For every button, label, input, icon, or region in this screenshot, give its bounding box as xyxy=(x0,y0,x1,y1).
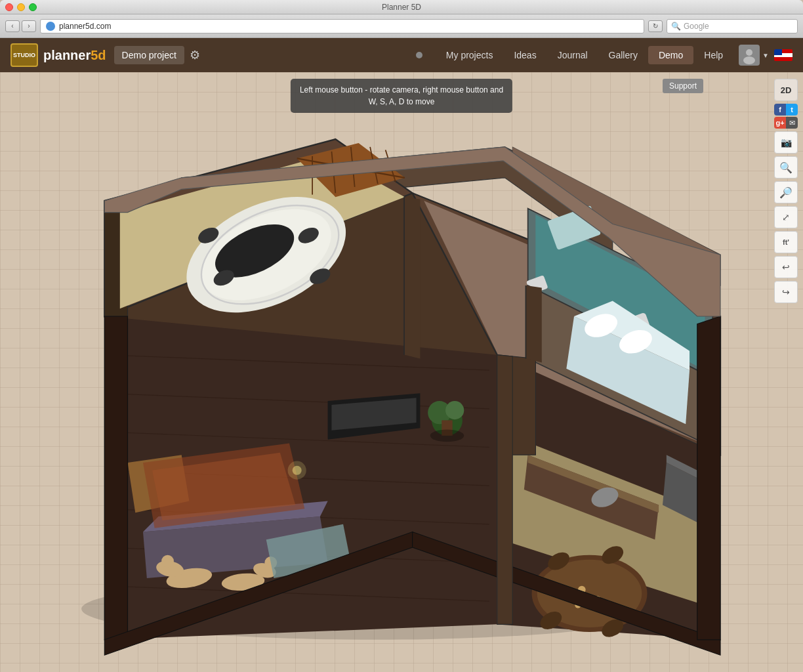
tooltip-line2: W, S, A, D to move xyxy=(300,96,503,108)
units-button[interactable]: ft' xyxy=(774,231,798,253)
nav-gallery[interactable]: Gallery xyxy=(598,46,648,64)
canvas-area[interactable] xyxy=(0,72,803,672)
close-button[interactable] xyxy=(5,3,13,11)
logo-box: STUDIO xyxy=(10,43,38,67)
fit-button[interactable]: ⤢ xyxy=(774,206,798,228)
ssl-icon xyxy=(46,22,55,31)
logo-area: STUDIO planner5d xyxy=(10,43,106,67)
nav-dot xyxy=(416,52,422,58)
project-name-button[interactable]: Demo project xyxy=(114,46,184,64)
facebook-button[interactable]: f xyxy=(774,104,786,116)
svg-marker-95 xyxy=(697,316,720,640)
nav-journal[interactable]: Journal xyxy=(547,46,598,64)
flag-icon[interactable] xyxy=(774,49,793,61)
nav-avatar[interactable] xyxy=(739,45,760,66)
forward-button[interactable]: › xyxy=(22,20,36,32)
minimize-button[interactable] xyxy=(17,3,25,11)
nav-my-projects[interactable]: My projects xyxy=(436,46,504,64)
top-nav: STUDIO planner5d Demo project ⚙ My proje… xyxy=(0,38,803,72)
traffic-lights xyxy=(5,3,37,11)
zoom-in-button[interactable]: 🔍 xyxy=(774,156,798,178)
social-row-1: f t xyxy=(774,104,798,116)
address-bar[interactable]: planner5d.com xyxy=(40,19,644,33)
floorplan-svg xyxy=(20,85,728,663)
app-container: STUDIO planner5d Demo project ⚙ My proje… xyxy=(0,38,803,672)
nav-links: My projects Ideas Journal Gallery Demo H… xyxy=(436,46,733,64)
undo-button[interactable]: ↩ xyxy=(774,256,798,278)
svg-marker-100 xyxy=(526,285,541,362)
redo-button[interactable]: ↪ xyxy=(774,281,798,303)
settings-button[interactable]: ⚙ xyxy=(190,48,200,62)
nav-ideas[interactable]: Ideas xyxy=(503,46,546,64)
google-plus-button[interactable]: g+ xyxy=(774,117,786,129)
share-button[interactable]: ✉ xyxy=(786,117,798,129)
nav-demo[interactable]: Demo xyxy=(648,46,693,64)
social-buttons: f t g+ ✉ xyxy=(774,104,798,129)
svg-point-1 xyxy=(743,56,755,64)
url-text: planner5d.com xyxy=(59,22,111,31)
nav-dropdown-icon[interactable]: ▼ xyxy=(762,52,769,59)
nav-buttons: ‹ › xyxy=(5,20,36,32)
twitter-button[interactable]: t xyxy=(786,104,798,116)
support-button[interactable]: Support xyxy=(663,79,703,93)
back-button[interactable]: ‹ xyxy=(5,20,20,32)
maximize-button[interactable] xyxy=(29,3,37,11)
svg-marker-101 xyxy=(497,355,512,625)
search-bar[interactable]: 🔍 Google xyxy=(667,19,798,33)
svg-point-0 xyxy=(746,49,752,56)
svg-point-103 xyxy=(288,461,306,480)
svg-marker-98 xyxy=(405,197,420,358)
window-chrome: Planner 5D xyxy=(0,0,803,14)
reload-button[interactable]: ↻ xyxy=(648,20,663,32)
browser-chrome: ‹ › planner5d.com ↻ 🔍 Google xyxy=(0,14,803,38)
nav-help[interactable]: Help xyxy=(693,46,733,64)
floorplan-container[interactable] xyxy=(20,85,728,663)
svg-point-69 xyxy=(161,555,174,568)
svg-point-81 xyxy=(445,401,464,419)
tooltip: Left mouse button - rotate camera, right… xyxy=(291,79,512,113)
mode-2d-button[interactable]: 2D xyxy=(774,79,798,101)
right-sidebar: 2D f t g+ ✉ 📷 🔍 🔎 ⤢ ft' ↩ ↪ xyxy=(774,79,798,303)
tooltip-line1: Left mouse button - rotate camera, right… xyxy=(300,84,503,96)
window-title: Planner 5D xyxy=(382,3,421,12)
logo-text: planner5d xyxy=(43,48,106,63)
screenshot-button[interactable]: 📷 xyxy=(774,131,798,154)
svg-marker-92 xyxy=(104,316,127,640)
search-icon: 🔍 xyxy=(671,22,681,31)
social-row-2: g+ ✉ xyxy=(774,117,798,129)
zoom-out-button[interactable]: 🔎 xyxy=(774,181,798,203)
search-placeholder: Google xyxy=(684,22,709,31)
svg-point-104 xyxy=(430,429,464,442)
